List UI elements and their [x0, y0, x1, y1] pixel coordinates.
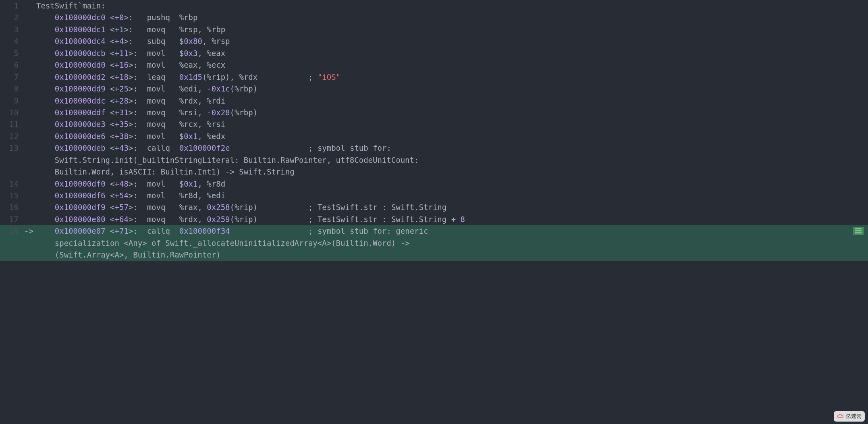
current-line-arrow	[24, 178, 36, 190]
comment: Swift.String.init(_builtinStringLiteral:…	[36, 156, 424, 164]
code-line[interactable]: 8 0x100000dd9 <+25>: movl %edi, -0x1c(%r…	[0, 83, 868, 95]
offset-bracket: <	[110, 203, 114, 212]
code-line[interactable]: 12 0x100000de6 <+38>: movl $0x1, %edx	[0, 131, 868, 142]
code-content: Builtin.Word, isASCII: Builtin.Int1) -> …	[36, 166, 295, 178]
mnemonic: callq	[147, 227, 179, 235]
code-editor[interactable]: 1 TestSwift`main:2 0x100000dc0 <+0>: pus…	[0, 0, 868, 261]
offset-bracket: <	[110, 84, 114, 93]
mnemonic: leaq	[147, 73, 179, 81]
line-number: 14	[0, 178, 24, 190]
code-line[interactable]: 4 0x100000dc4 <+4>: subq $0x80, %rsp	[0, 35, 868, 47]
instruction-address: 0x100000ddc	[55, 96, 106, 105]
code-content: 0x100000e00 <+64>: movq %rdx, 0x259(%rip…	[36, 214, 465, 225]
operand: %rsp, %rbp	[179, 25, 225, 34]
current-line-arrow	[24, 83, 36, 95]
current-line-arrow	[24, 190, 36, 202]
current-line-arrow	[24, 118, 36, 130]
operand: %eax, %ecx	[179, 60, 225, 69]
code-content: Swift.String.init(_builtinStringLiteral:…	[36, 154, 424, 166]
code-content: TestSwift`main:	[36, 0, 106, 12]
line-number: 11	[0, 118, 24, 130]
current-line-arrow	[24, 59, 36, 71]
offset-bracket: >:	[129, 215, 138, 224]
instruction-address: 0x100000dd2	[55, 73, 106, 81]
mnemonic: subq	[147, 37, 179, 46]
code-line[interactable]: 1 TestSwift`main:	[0, 0, 868, 12]
comment: ; TestSwift.str : Swift.String	[308, 203, 446, 212]
code-line[interactable]: 3 0x100000dc1 <+1>: movq %rsp, %rbp	[0, 24, 868, 35]
offset-bracket: <	[110, 215, 114, 224]
instruction-offset: +57	[115, 203, 129, 212]
operand: 0x259	[207, 215, 230, 224]
code-content: 0x100000deb <+43>: callq 0x100000f2e ; s…	[36, 142, 396, 154]
code-line-continuation: Swift.String.init(_builtinStringLiteral:…	[0, 154, 868, 166]
operand: $	[179, 49, 184, 58]
code-line[interactable]: 15 0x100000df6 <+54>: movl %r8d, %edi	[0, 190, 868, 202]
operand: 0x80	[184, 37, 202, 46]
code-line[interactable]: 17 0x100000e00 <+64>: movq %rdx, 0x259(%…	[0, 214, 868, 225]
line-number: 3	[0, 24, 24, 35]
code-line[interactable]: 6 0x100000dd0 <+16>: movl %eax, %ecx	[0, 59, 868, 71]
offset-bracket: >:	[129, 179, 138, 188]
offset-bracket: >:	[129, 60, 138, 69]
operand: -0x1c	[207, 84, 230, 93]
current-line-arrow	[24, 0, 36, 12]
operand: %rax,	[179, 203, 207, 212]
line-number: 16	[0, 202, 24, 213]
offset-bracket: <	[110, 49, 114, 58]
line-number: 1	[0, 0, 24, 12]
mnemonic: movl	[147, 179, 179, 188]
operand: %r8d, %edi	[179, 191, 225, 200]
instruction-address: 0x100000e00	[55, 215, 106, 224]
instruction-offset: +48	[115, 179, 129, 188]
instruction-offset: +43	[115, 143, 129, 152]
code-line[interactable]: 16 0x100000df9 <+57>: movq %rax, 0x258(%…	[0, 202, 868, 213]
code-line-continuation: (Swift.Array<A>, Builtin.RawPointer)	[0, 249, 868, 261]
code-content: 0x100000dd2 <+18>: leaq 0x1d5(%rip), %rd…	[36, 71, 341, 83]
current-line-arrow	[24, 131, 36, 142]
offset-bracket: >:	[129, 108, 138, 117]
code-content: specialization <Any> of Swift._allocateU…	[36, 237, 414, 249]
operand: 0x258	[207, 203, 230, 212]
code-line[interactable]: 9 0x100000ddc <+28>: movq %rdx, %rdi	[0, 95, 868, 107]
offset-bracket: >:	[129, 143, 138, 152]
code-line[interactable]: 5 0x100000dcb <+11>: movl $0x3, %eax	[0, 48, 868, 59]
operand: 0x3	[184, 49, 197, 58]
line-menu-icon[interactable]	[853, 227, 864, 235]
current-line-arrow	[24, 107, 36, 118]
instruction-address: 0x100000df0	[55, 179, 106, 188]
code-line[interactable]: 2 0x100000dc0 <+0>: pushq %rbp	[0, 12, 868, 23]
code-line[interactable]: 18-> 0x100000e07 <+71>: callq 0x100000f3…	[0, 225, 868, 237]
comment: 8	[461, 215, 465, 224]
mnemonic: movq	[147, 120, 179, 129]
operand: %rdx,	[179, 215, 207, 224]
operand: %rbp	[179, 13, 198, 22]
line-number: 13	[0, 142, 24, 154]
mnemonic: movq	[147, 25, 179, 34]
operand: (%rbp)	[230, 108, 258, 117]
operand: 0x1d5	[179, 73, 202, 81]
code-line[interactable]: 14 0x100000df0 <+48>: movl $0x1, %r8d	[0, 178, 868, 190]
offset-bracket: <	[110, 191, 114, 200]
instruction-address: 0x100000ddf	[55, 108, 106, 117]
instruction-address: 0x100000dc4	[55, 37, 106, 46]
offset-bracket: <	[110, 73, 114, 81]
offset-bracket: >:	[129, 96, 138, 105]
comment: ; TestSwift.str : Swift.String +	[308, 215, 461, 224]
code-content: (Swift.Array<A>, Builtin.RawPointer)	[36, 249, 221, 261]
mnemonic: callq	[147, 143, 179, 152]
instruction-offset: +35	[115, 120, 129, 129]
code-line[interactable]: 13 0x100000deb <+43>: callq 0x100000f2e …	[0, 142, 868, 154]
instruction-offset: +31	[115, 108, 129, 117]
code-line[interactable]: 7 0x100000dd2 <+18>: leaq 0x1d5(%rip), %…	[0, 71, 868, 83]
offset-bracket: <	[110, 60, 114, 69]
current-line-arrow	[24, 24, 36, 35]
code-line[interactable]: 11 0x100000de3 <+35>: movq %rcx, %rsi	[0, 118, 868, 130]
code-content: 0x100000dd9 <+25>: movl %edi, -0x1c(%rbp…	[36, 83, 257, 95]
offset-bracket: >:	[129, 49, 138, 58]
code-line-continuation: Builtin.Word, isASCII: Builtin.Int1) -> …	[0, 166, 868, 178]
offset-bracket: >:	[124, 37, 133, 46]
current-line-arrow	[24, 12, 36, 23]
code-line[interactable]: 10 0x100000ddf <+31>: movq %rsi, -0x28(%…	[0, 107, 868, 118]
offset-bracket: >:	[129, 203, 138, 212]
